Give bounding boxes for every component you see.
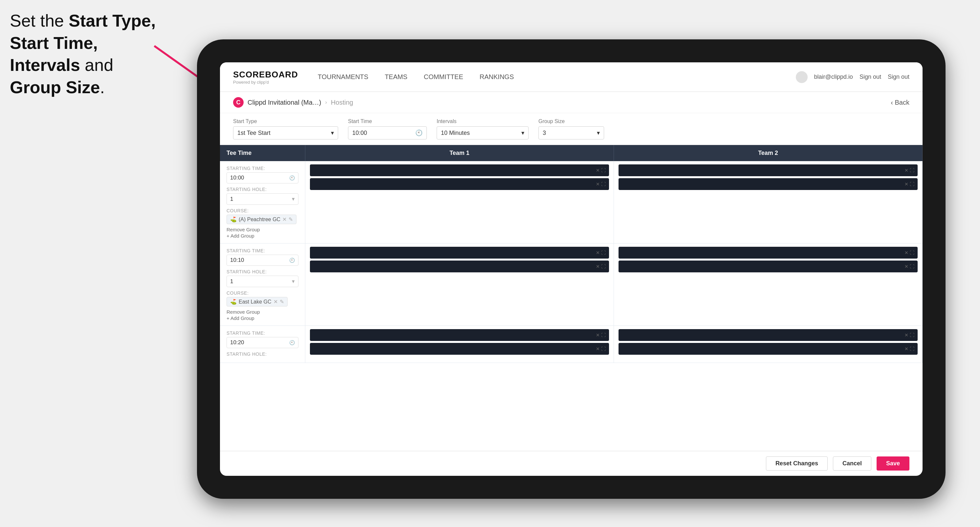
group-size-select[interactable]: 3 ▾ (538, 126, 604, 140)
start-type-group: Start Type 1st Tee Start ▾ (233, 119, 338, 140)
nav-links: TOURNAMENTS TEAMS COMMITTEE RANKINGS (318, 73, 796, 81)
course-edit-0[interactable]: ✎ (289, 216, 293, 222)
group-1-team1-slot2[interactable]: ✕ ⛶ (310, 260, 609, 272)
start-type-select[interactable]: 1st Tee Start ▾ (233, 126, 338, 140)
instruction-plain4: . (100, 78, 104, 97)
course-edit-1[interactable]: ✎ (280, 298, 284, 305)
add-group-0[interactable]: + Add Group (226, 233, 298, 238)
slot-x[interactable]: ✕ ⛶ (905, 168, 914, 173)
save-button[interactable]: Save (877, 456, 909, 471)
group-2-team2: ✕ ⛶ ✕ ⛶ (614, 326, 923, 363)
group-0-hole-label: STARTING HOLE: (226, 187, 298, 192)
user-email: blair@clippd.io (814, 73, 853, 80)
group-2-team1: ✕ ⛶ ✕ ⛶ (305, 326, 614, 363)
group-2-team1-slot1[interactable]: ✕ ⛶ (310, 329, 609, 341)
group-size-label: Group Size (538, 119, 604, 124)
add-group-1[interactable]: + Add Group (226, 315, 298, 321)
group-1-hole-label: STARTING HOLE: (226, 269, 298, 274)
instruction-plain3: and (80, 56, 113, 75)
course-icon-0: ⛳ (230, 216, 237, 222)
group-1-course-label: COURSE: (226, 290, 298, 296)
group-0-team2-slot1[interactable]: ✕ ⛶ (619, 164, 918, 176)
breadcrumb-left: C Clippd Invitational (Ma…) › Hosting (233, 97, 353, 108)
nav-rankings[interactable]: RANKINGS (480, 73, 514, 81)
remove-group-1[interactable]: Remove Group (226, 309, 298, 315)
col-tee-time: Tee Time (220, 145, 305, 161)
slot-x[interactable]: ✕ ⛶ (905, 181, 914, 187)
group-2-starting-time-label: STARTING TIME: (226, 330, 298, 336)
group-1-actions: Remove Group + Add Group (226, 309, 298, 321)
nav-teams[interactable]: TEAMS (385, 73, 407, 81)
logo-area: SCOREBOARD Powered by clipp'd (233, 70, 298, 85)
group-0-team2: ✕ ⛶ ✕ ⛶ (614, 161, 923, 243)
start-type-value: 1st Tee Start (237, 130, 270, 137)
sign-out-link[interactable]: Sign out (859, 73, 881, 80)
back-button[interactable]: ‹ Back (891, 99, 909, 106)
group-row-0: STARTING TIME: 10:00 🕙 STARTING HOLE: 1 … (220, 161, 923, 243)
group-2-team2-slot2[interactable]: ✕ ⛶ (619, 343, 918, 355)
group-1-starting-time[interactable]: 10:10 🕙 (226, 255, 298, 266)
course-icon-1: ⛳ (230, 298, 237, 305)
instruction-line2: Start Time, (10, 33, 98, 52)
course-x-1[interactable]: ✕ (274, 298, 278, 305)
start-time-group: Start Time 10:00 🕙 (348, 119, 427, 140)
group-0-actions: Remove Group + Add Group (226, 227, 298, 238)
group-0-starting-time[interactable]: 10:00 🕙 (226, 172, 298, 183)
instruction-line1: Set the (10, 11, 68, 30)
group-1-hole[interactable]: 1 ▾ (226, 276, 298, 287)
nav-committee[interactable]: COMMITTEE (424, 73, 463, 81)
group-0-hole[interactable]: 1 ▾ (226, 193, 298, 205)
start-time-select[interactable]: 10:00 🕙 (348, 126, 427, 140)
footer-bar: Reset Changes Cancel Save (220, 451, 923, 476)
intervals-chevron: ▾ (521, 129, 524, 137)
group-2-team1-slot2[interactable]: ✕ ⛶ (310, 343, 609, 355)
cancel-button[interactable]: Cancel (833, 456, 871, 471)
group-0-team2-slot2[interactable]: ✕ ⛶ (619, 178, 918, 190)
reset-button[interactable]: Reset Changes (766, 456, 828, 471)
start-type-chevron: ▾ (331, 129, 334, 137)
group-2-team2-slot1[interactable]: ✕ ⛶ (619, 329, 918, 341)
nav-tournaments[interactable]: TOURNAMENTS (318, 73, 368, 81)
group-1-course-tag: ⛳ East Lake GC ✕ ✎ (226, 297, 298, 306)
user-avatar (796, 71, 808, 83)
tablet-shell: SCOREBOARD Powered by clipp'd TOURNAMENT… (197, 40, 945, 499)
group-1-team1-slot1[interactable]: ✕ ⛶ (310, 247, 609, 259)
clock-icon-0: 🕙 (289, 175, 295, 181)
group-0-meta: STARTING TIME: 10:00 🕙 STARTING HOLE: 1 … (220, 161, 305, 243)
group-0-team1-slot1[interactable]: ✕ ⛶ (310, 164, 609, 176)
settings-row: Start Type 1st Tee Start ▾ Start Time 10… (220, 113, 923, 145)
group-0-team1-slot2[interactable]: ✕ ⛶ (310, 178, 609, 190)
group-1-team2: ✕ ⛶ ✕ ⛶ (614, 243, 923, 325)
breadcrumb-logo: C (233, 97, 243, 108)
hole-chevron-1: ▾ (292, 278, 295, 285)
sign-out-btn[interactable]: Sign out (888, 73, 909, 80)
remove-group-0[interactable]: Remove Group (226, 227, 298, 232)
course-x-0[interactable]: ✕ (282, 216, 286, 222)
intervals-value: 10 Minutes (441, 130, 470, 137)
group-0-team1: ✕ ⛶ ✕ ⛶ (305, 161, 614, 243)
instruction-line3: Intervals (10, 56, 80, 75)
start-type-label: Start Type (233, 119, 338, 124)
group-1-team1: ✕ ⛶ ✕ ⛶ (305, 243, 614, 325)
group-row-1: STARTING TIME: 10:10 🕙 STARTING HOLE: 1 … (220, 243, 923, 326)
group-size-value: 3 (543, 130, 546, 137)
logo-text: SCOREBOARD (233, 70, 298, 80)
tablet-screen: SCOREBOARD Powered by clipp'd TOURNAMENT… (220, 62, 923, 476)
group-row-2: STARTING TIME: 10:20 🕙 STARTING HOLE: ✕ … (220, 326, 923, 363)
group-1-team2-slot2[interactable]: ✕ ⛶ (619, 260, 918, 272)
col-team1: Team 1 (305, 145, 614, 161)
intervals-select[interactable]: 10 Minutes ▾ (437, 126, 528, 140)
group-size-group: Group Size 3 ▾ (538, 119, 604, 140)
slot-x[interactable]: ✕ ⛶ (596, 181, 606, 187)
breadcrumb-tournament[interactable]: Clippd Invitational (Ma…) (248, 99, 321, 106)
col-team2: Team 2 (614, 145, 923, 161)
group-2-meta: STARTING TIME: 10:20 🕙 STARTING HOLE: (220, 326, 305, 363)
nav-right: blair@clippd.io Sign out Sign out (796, 71, 909, 83)
clock-icon-2: 🕙 (289, 340, 295, 345)
group-1-team2-slot1[interactable]: ✕ ⛶ (619, 247, 918, 259)
group-2-starting-time[interactable]: 10:20 🕙 (226, 337, 298, 348)
intervals-group: Intervals 10 Minutes ▾ (437, 119, 528, 140)
slot-x[interactable]: ✕ ⛶ (596, 168, 606, 173)
instruction-bold1: Start Type, (68, 11, 156, 30)
breadcrumb-page: Hosting (331, 99, 353, 106)
